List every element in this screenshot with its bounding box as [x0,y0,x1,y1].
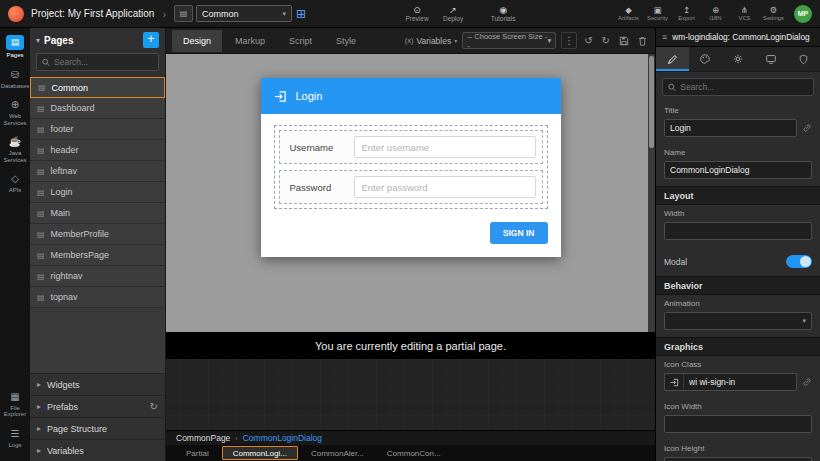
width-input[interactable] [664,222,812,240]
variables-dropdown[interactable]: (x) Variables ▾ [405,36,458,46]
page-item-rightnav[interactable]: ▤ rightnav [30,266,165,287]
bind-link-icon[interactable] [802,123,812,133]
rail-item-apis[interactable]: ◇ APIs [0,168,30,199]
user-avatar[interactable]: MP [794,5,812,23]
page-item-main[interactable]: ▤ Main [30,203,165,224]
panel-section-prefabs[interactable]: ▸ Prefabs ↻ [30,395,165,417]
page-item-memberspage[interactable]: ▤ MembersPage [30,245,165,266]
form-selection-outline[interactable]: Username Password [274,125,548,209]
icon-class-input[interactable]: wi wi-sign-in [664,373,797,391]
dialog-footer: SIGN IN [261,213,561,257]
styles-tab[interactable] [689,47,722,71]
screen-size-select[interactable]: -- Choose Screen Size -- ▾ [462,32,556,49]
animation-select[interactable]: ▾ [664,312,812,330]
page-item-common[interactable]: ▤ Common [30,77,165,98]
scrollbar-thumb[interactable] [649,56,654,148]
password-form-row[interactable]: Password [279,170,543,204]
page-item-header[interactable]: ▤ header [30,140,165,161]
icon-height-input[interactable] [664,457,812,461]
username-form-row[interactable]: Username [279,130,543,164]
rail-item-java-services[interactable]: ☕ Java Services [0,131,30,168]
title-input[interactable] [664,119,797,137]
properties-tab[interactable] [656,47,689,71]
export-button[interactable]: ↥ Export [672,0,701,28]
tab-script[interactable]: Script [278,30,323,52]
page-item-memberprofile[interactable]: ▤ MemberProfile [30,224,165,245]
bottom-tab-partial[interactable]: Partial [176,446,219,460]
settings-label: Settings [763,15,784,22]
properties-tabs [656,47,820,72]
more-options-button[interactable]: ⋮ [561,32,577,49]
save-button[interactable] [617,36,631,46]
behavior-section-header[interactable]: Behavior [656,276,820,295]
login-dialog-widget[interactable]: Login Username Password [261,78,561,257]
panel-section-widgets[interactable]: ▸ Widgets [30,373,165,395]
add-page-button[interactable]: + [143,32,159,48]
export-icon: ↥ [683,5,690,15]
rail-item-file-explorer[interactable]: ▦ File Explorer [0,386,30,423]
properties-search[interactable] [662,78,814,96]
bind-link-icon[interactable] [802,377,812,387]
layout-section-header[interactable]: Layout [656,186,820,205]
page-selector[interactable]: Common ▾ [196,5,292,22]
refresh-icon[interactable]: ↻ [150,401,158,412]
widget-breadcrumb: CommonPage › CommonLoginDialog [166,430,655,445]
rail-item-web-services[interactable]: ⊕ Web Services [0,94,30,131]
canvas-scrollbar[interactable] [648,54,655,332]
name-input[interactable] [664,161,812,179]
artifacts-button[interactable]: ◆ Artifacts [614,0,643,28]
device-tab[interactable] [754,47,787,71]
delete-button[interactable] [636,36,649,46]
rail-item-pages[interactable]: ▤ Pages [0,31,30,64]
icon-width-input[interactable] [664,415,812,433]
app-logo-icon[interactable] [8,6,24,22]
partial-type-button[interactable]: ▤ [174,5,193,22]
security-button[interactable]: ▣ Security [643,0,672,28]
bottom-tab-commonconfirmdialog[interactable]: CommonCon... [377,446,451,460]
modal-toggle[interactable] [786,255,812,268]
page-item-leftnav[interactable]: ▤ leftnav [30,161,165,182]
page-item-topnav[interactable]: ▤ topnav [30,287,165,308]
preview-button[interactable]: ⊙ Preview [399,0,435,28]
i18n-button[interactable]: ⊕ i18N [701,0,730,28]
modal-field-label: Modal [664,257,687,267]
deploy-button[interactable]: ↗ Deploy [435,0,471,28]
dialog-header[interactable]: Login [261,78,561,114]
tab-design[interactable]: Design [172,30,222,52]
breadcrumb-current[interactable]: CommonLoginDialog [243,433,322,443]
tab-markup[interactable]: Markup [224,30,276,52]
bottom-tab-commonlogindialog[interactable]: CommonLogi... [222,446,298,460]
tutorials-button[interactable]: ◉ Tutorials [485,0,521,28]
sign-in-button[interactable]: SIGN IN [490,222,548,244]
breadcrumb-root[interactable]: CommonPage [176,433,230,443]
username-input[interactable] [354,136,536,158]
page-item-footer[interactable]: ▤ footer [30,119,165,140]
bottom-tab-commonalertdialog[interactable]: CommonAler... [301,446,374,460]
tab-style[interactable]: Style [325,30,367,52]
rail-label: Logs [8,442,21,449]
properties-search-input[interactable] [680,82,808,92]
password-input[interactable] [354,176,536,198]
undo-button[interactable]: ↺ [582,35,594,46]
events-tab[interactable] [722,47,755,71]
page-item-dashboard[interactable]: ▤ Dashboard [30,98,165,119]
breadcrumb-separator-icon: › [235,435,237,442]
canvas-viewport[interactable]: Login Username Password [166,54,655,332]
hamburger-menu-icon[interactable]: ≡ [662,32,667,42]
panel-section-variables[interactable]: ▸ Variables [30,439,165,461]
screen-size-value: -- Choose Screen Size -- [467,32,547,50]
pages-search[interactable] [36,53,159,71]
globe-icon: ⊕ [7,98,23,111]
redo-button[interactable]: ↻ [600,35,612,46]
vcs-button[interactable]: ⋔ VCS [730,0,759,28]
page-item-login[interactable]: ▤ Login [30,182,165,203]
pages-search-input[interactable] [54,57,153,67]
grid-view-button[interactable]: ⊞ [296,7,306,21]
save-floppy-icon [619,36,629,46]
panel-section-page-structure[interactable]: ▸ Page Structure [30,417,165,439]
rail-item-databases[interactable]: ⛁ Databases [0,64,30,95]
rail-item-logs[interactable]: ☰ Logs [0,423,30,454]
graphics-section-header[interactable]: Graphics [656,337,820,356]
settings-button[interactable]: ⚙ Settings [759,0,788,28]
security-tab[interactable] [787,47,820,71]
